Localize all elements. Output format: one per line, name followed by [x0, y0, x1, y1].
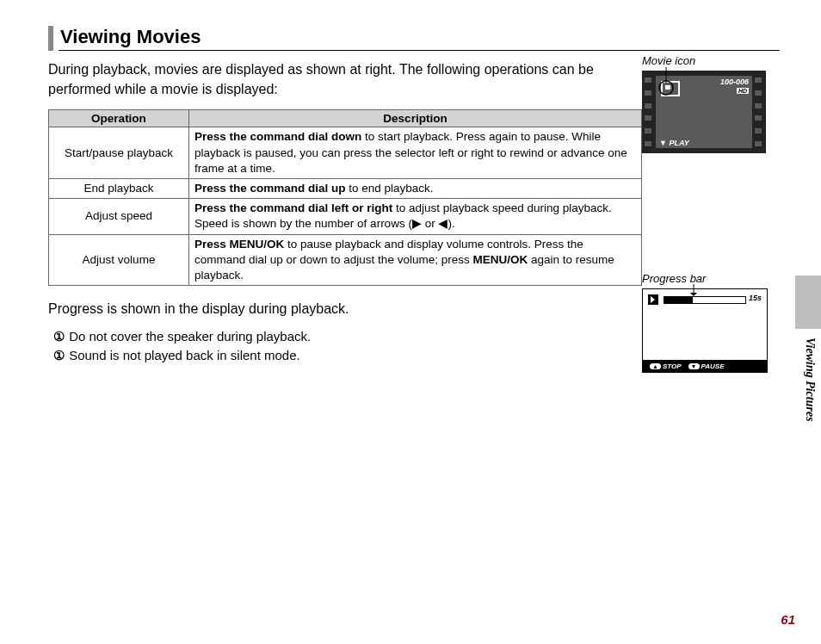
movie-icon-callout: Movie icon — [642, 54, 780, 67]
desc-cell: Press the command dial down to start pla… — [189, 127, 642, 179]
th-description: Description — [189, 110, 642, 127]
desc-cell: Press the command dial left or right to … — [189, 199, 642, 234]
op-cell: Start/pause playback — [49, 127, 189, 179]
stop-label: STOP — [663, 362, 682, 370]
up-icon: ▲ — [650, 363, 661, 369]
table-row: Adjust volume Press MENU/OK to pause pla… — [49, 234, 642, 286]
th-operation: Operation — [49, 110, 189, 127]
down-icon: ▼ — [688, 363, 700, 369]
progress-fill — [664, 297, 693, 303]
caution-icon: ① — [52, 329, 65, 344]
note-text: Do not cover the speaker during playback… — [69, 329, 311, 344]
svg-point-1 — [659, 81, 673, 95]
progress-bar-callout: Progress bar — [642, 272, 780, 285]
note-text: Sound is not played back in silent mode. — [69, 348, 300, 362]
table-row: Adjust speed Press the command dial left… — [49, 199, 642, 234]
table-row: Start/pause playback Press the command d… — [49, 127, 642, 179]
progress-time: 15s — [749, 294, 762, 302]
progress-text: Progress is shown in the display during … — [48, 301, 642, 317]
table-row: End playback Press the command dial up t… — [49, 179, 642, 199]
intro-paragraph: During playback, movies are displayed as… — [48, 59, 642, 99]
section-title-vertical: Viewing Pictures — [803, 337, 817, 422]
pause-label: PAUSE — [701, 362, 725, 370]
operations-table: Operation Description Start/pause playba… — [48, 109, 642, 286]
hd-badge: HD — [737, 88, 749, 94]
desc-cell: Press MENU/OK to pause playback and disp… — [189, 234, 642, 286]
page-number: 61 — [781, 612, 795, 627]
note-item: ① Sound is not played back in silent mod… — [52, 348, 642, 363]
op-cell: Adjust volume — [49, 234, 189, 286]
note-item: ① Do not cover the speaker during playba… — [52, 329, 642, 344]
frame-counter: 100-006 — [720, 77, 749, 86]
caution-icon: ① — [52, 348, 65, 363]
page-heading: Viewing Movies — [59, 26, 780, 51]
op-cell: End playback — [49, 179, 189, 199]
lcd-preview-progress: 15s ▲ STOP ▼ PAUSE — [642, 288, 768, 373]
section-tab — [795, 276, 821, 329]
play-label: ▼ PLAY — [659, 139, 689, 147]
op-cell: Adjust speed — [49, 199, 189, 234]
progress-track — [664, 296, 746, 304]
svg-marker-3 — [690, 293, 697, 296]
play-icon — [648, 294, 658, 305]
desc-cell: Press the command dial up to end playbac… — [189, 179, 642, 199]
